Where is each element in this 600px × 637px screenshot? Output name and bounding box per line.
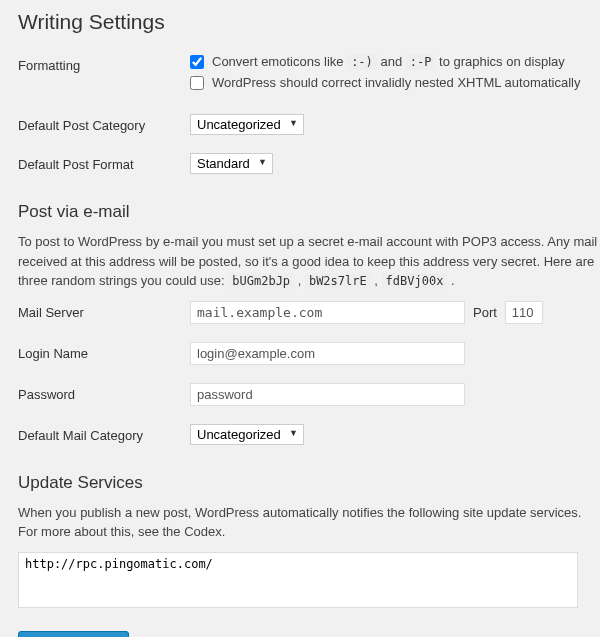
- login-name-input[interactable]: [190, 342, 465, 365]
- emoticon-code-2: :-P: [406, 54, 436, 70]
- login-name-label: Login Name: [18, 342, 190, 361]
- default-mail-category-label: Default Mail Category: [18, 424, 190, 443]
- correct-xhtml-checkbox[interactable]: [190, 76, 204, 90]
- convert-emoticons-label: Convert emoticons like :-) and :-P to gr…: [212, 54, 565, 69]
- page-title: Writing Settings: [18, 10, 600, 34]
- formatting-label: Formatting: [18, 54, 190, 73]
- post-via-email-heading: Post via e-mail: [18, 202, 600, 222]
- post-via-email-desc: To post to WordPress by e-mail you must …: [18, 232, 600, 291]
- port-input[interactable]: [505, 301, 543, 324]
- update-services-heading: Update Services: [18, 473, 600, 493]
- default-post-category-select[interactable]: Uncategorized: [190, 114, 304, 135]
- save-changes-button[interactable]: Save Changes: [18, 631, 129, 638]
- default-post-category-label: Default Post Category: [18, 114, 190, 133]
- mail-server-input[interactable]: [190, 301, 465, 324]
- password-label: Password: [18, 383, 190, 402]
- random-string-1: bUGm2bJp: [228, 273, 294, 289]
- default-mail-category-select[interactable]: Uncategorized: [190, 424, 304, 445]
- port-label: Port: [473, 305, 497, 320]
- random-string-2: bW2s7lrE: [305, 273, 371, 289]
- mail-server-label: Mail Server: [18, 301, 190, 320]
- update-services-desc: When you publish a new post, WordPress a…: [18, 503, 600, 542]
- correct-xhtml-label: WordPress should correct invalidly neste…: [212, 75, 580, 90]
- default-post-format-label: Default Post Format: [18, 153, 190, 172]
- convert-emoticons-checkbox[interactable]: [190, 55, 204, 69]
- random-string-3: fdBVj00x: [382, 273, 448, 289]
- password-input[interactable]: [190, 383, 465, 406]
- emoticon-code-1: :-): [347, 54, 377, 70]
- update-services-textarea[interactable]: [18, 552, 578, 608]
- default-post-format-select[interactable]: Standard: [190, 153, 273, 174]
